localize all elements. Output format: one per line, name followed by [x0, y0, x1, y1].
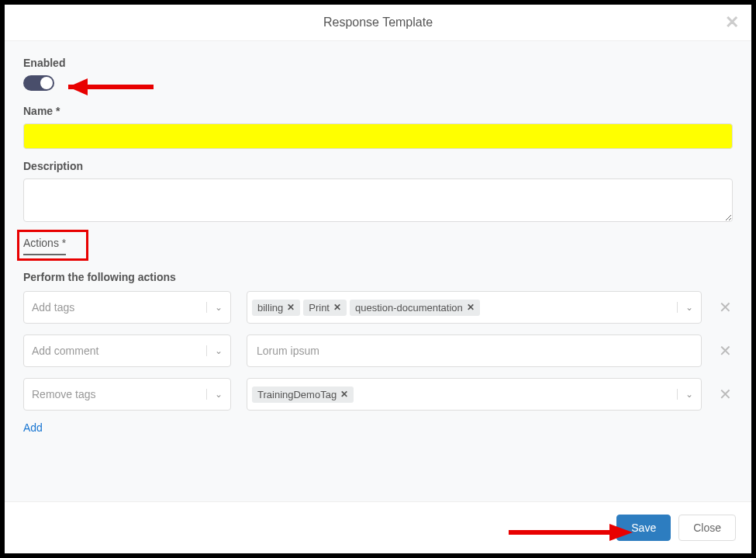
tag-chip: question-documentation ✕: [350, 300, 480, 316]
select-value: Remove tags: [32, 388, 206, 400]
tags-input[interactable]: TrainingDemoTag ✕ ⌄: [247, 378, 702, 411]
action-row: Add comment ⌄ Lorum ipsum ✕: [23, 334, 733, 367]
annotation-arrow-icon: [509, 521, 633, 544]
chevron-down-icon: ⌄: [206, 345, 223, 356]
tag-label: Print: [309, 302, 330, 314]
action-row: Add tags ⌄ billing ✕ Print ✕ question-do…: [23, 291, 733, 324]
comment-value: Lorum ipsum: [257, 345, 319, 357]
save-button[interactable]: Save: [616, 515, 671, 541]
delete-row-icon[interactable]: ✕: [717, 298, 733, 317]
chevron-down-icon: ⌄: [677, 389, 696, 400]
description-label: Description: [23, 160, 733, 172]
tags-input[interactable]: billing ✕ Print ✕ question-documentation…: [247, 291, 702, 324]
select-value: Add tags: [32, 301, 206, 314]
modal-header: Response Template ✕: [5, 5, 751, 41]
action-type-select[interactable]: Add tags ⌄: [23, 291, 231, 324]
tag-chip: billing ✕: [252, 300, 300, 316]
enabled-label: Enabled: [23, 57, 733, 69]
chevron-down-icon: ⌄: [206, 302, 223, 313]
remove-tag-icon[interactable]: ✕: [340, 389, 348, 400]
enabled-toggle[interactable]: [23, 75, 54, 91]
remove-tag-icon[interactable]: ✕: [467, 302, 475, 313]
name-group: Name *: [23, 105, 733, 149]
tag-label: TrainingDemoTag: [257, 389, 337, 400]
enabled-group: Enabled: [23, 57, 733, 94]
remove-tag-icon[interactable]: ✕: [287, 302, 295, 313]
tag-label: billing: [257, 302, 283, 314]
response-template-modal: Response Template ✕ Enabled Name * Descr…: [5, 5, 751, 553]
actions-tab-wrap: Actions *: [23, 236, 733, 255]
description-input[interactable]: [23, 178, 733, 222]
chevron-down-icon: ⌄: [677, 302, 696, 313]
action-row: Remove tags ⌄ TrainingDemoTag ✕ ⌄ ✕: [23, 378, 733, 411]
delete-row-icon[interactable]: ✕: [717, 341, 733, 360]
tag-chip: TrainingDemoTag ✕: [252, 386, 354, 403]
comment-input[interactable]: Lorum ipsum: [247, 334, 702, 367]
remove-tag-icon[interactable]: ✕: [333, 302, 341, 313]
close-icon[interactable]: ✕: [725, 12, 739, 33]
actions-tab[interactable]: Actions *: [23, 237, 66, 255]
add-action-link[interactable]: Add: [23, 421, 733, 434]
name-input[interactable]: [23, 123, 733, 149]
action-type-select[interactable]: Remove tags ⌄: [23, 378, 231, 411]
modal-title: Response Template: [20, 16, 736, 29]
description-group: Description: [23, 160, 733, 225]
close-button[interactable]: Close: [678, 515, 736, 541]
tag-label: question-documentation: [355, 302, 463, 314]
select-value: Add comment: [32, 345, 206, 357]
actions-subheading: Perform the following actions: [23, 271, 733, 283]
chevron-down-icon: ⌄: [206, 389, 223, 400]
modal-footer: Save Close: [5, 501, 751, 553]
delete-row-icon[interactable]: ✕: [717, 385, 733, 404]
name-label: Name *: [23, 105, 733, 117]
tag-chip: Print ✕: [303, 300, 347, 316]
action-type-select[interactable]: Add comment ⌄: [23, 334, 231, 367]
modal-body: Enabled Name * Description Actions * Per…: [5, 41, 751, 501]
